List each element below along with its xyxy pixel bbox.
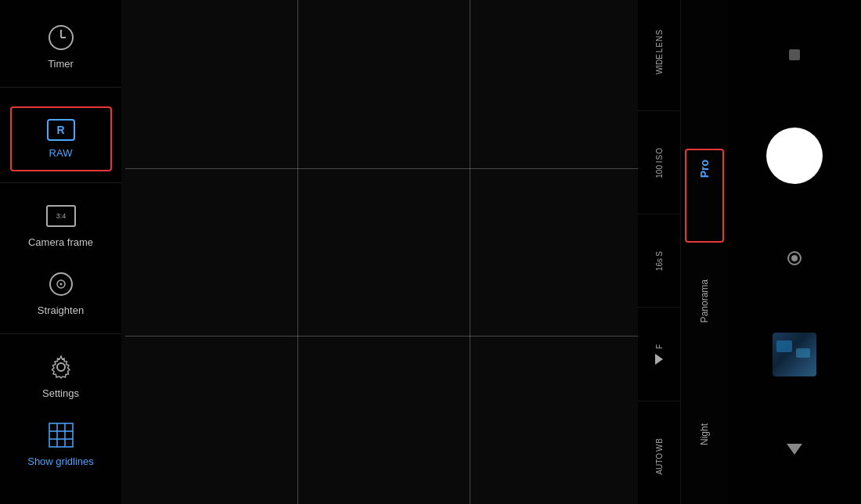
s-value: 16s xyxy=(655,258,664,271)
gear-icon xyxy=(48,354,74,380)
divider-4 xyxy=(638,401,680,401)
gridlines-label: Show gridlines xyxy=(27,455,94,467)
camera-frame-icon-wrap: 3:4 xyxy=(45,200,77,232)
mode-dot-inner xyxy=(791,255,798,261)
separator-3 xyxy=(0,333,121,334)
top-small-button[interactable] xyxy=(789,49,800,60)
timer-label: Timer xyxy=(48,58,74,70)
raw-icon: R xyxy=(47,119,75,141)
s-label: S xyxy=(655,250,664,257)
grid-line-v1 xyxy=(297,0,298,504)
grid-line-h1 xyxy=(125,168,642,169)
lens-setting[interactable]: LENS WIDE xyxy=(638,23,680,81)
camera-frame-label: Camera frame xyxy=(28,236,93,248)
grid-line-v2 xyxy=(470,0,470,504)
divider-2 xyxy=(638,214,680,214)
f-setting[interactable]: F xyxy=(638,337,680,371)
shutter-setting[interactable]: S 16s xyxy=(638,244,680,277)
lens-value: WIDE xyxy=(655,54,664,74)
mode-strip: Pro Panorama Night xyxy=(681,0,728,504)
wb-label: WB xyxy=(655,437,664,452)
raw-button[interactable]: R RAW xyxy=(10,106,112,171)
iso-value: 100 xyxy=(655,165,664,178)
f-label: F xyxy=(655,344,664,349)
chevron-down-icon[interactable] xyxy=(787,444,802,455)
lens-label: LENS xyxy=(655,29,664,52)
camera-controls xyxy=(728,0,861,504)
mode-pro[interactable]: Pro xyxy=(695,150,714,187)
left-panel: Timer R RAW 3:4 Camera frame Straighten xyxy=(0,0,121,504)
timer-button[interactable]: Timer xyxy=(10,16,112,76)
iso-setting[interactable]: ISO 100 xyxy=(638,141,680,184)
divider-1 xyxy=(638,110,680,111)
grid-line-h2 xyxy=(125,336,642,337)
wb-setting[interactable]: WB AUTO xyxy=(638,431,680,481)
svg-point-7 xyxy=(59,283,62,286)
separator-2 xyxy=(0,182,121,183)
timer-icon xyxy=(47,23,75,52)
wb-value: AUTO xyxy=(655,453,664,475)
mode-panorama[interactable]: Panorama xyxy=(696,270,713,332)
mode-selector[interactable] xyxy=(787,251,802,265)
mode-night[interactable]: Night xyxy=(696,414,713,455)
straighten-label: Straighten xyxy=(38,304,84,316)
timer-icon-wrap xyxy=(45,22,77,53)
svg-text:3:4: 3:4 xyxy=(56,212,66,220)
separator-1 xyxy=(0,87,121,88)
right-panel: LENS WIDE ISO 100 S 16s F WB AUTO xyxy=(638,0,861,504)
camera-frame-button[interactable]: 3:4 Camera frame xyxy=(10,194,112,254)
svg-point-8 xyxy=(57,363,65,371)
straighten-icon-wrap xyxy=(45,268,77,300)
settings-icon-wrap xyxy=(45,351,77,383)
shutter-button[interactable] xyxy=(766,128,823,184)
camera-frame-icon: 3:4 xyxy=(46,205,76,227)
straighten-button[interactable]: Straighten xyxy=(10,262,112,322)
settings-strip: LENS WIDE ISO 100 S 16s F WB AUTO xyxy=(638,0,681,504)
gridlines-icon-wrap xyxy=(45,419,77,451)
gridlines-button[interactable]: Show gridlines xyxy=(10,413,112,473)
settings-label: Settings xyxy=(42,387,79,399)
svg-rect-9 xyxy=(49,423,73,447)
straighten-icon xyxy=(48,271,74,297)
settings-button[interactable]: Settings xyxy=(10,345,112,405)
f-triangle-icon xyxy=(655,354,663,365)
mode-lens[interactable] xyxy=(701,49,708,68)
gallery-thumbnail[interactable] xyxy=(773,333,816,376)
grid-overlay xyxy=(125,0,642,504)
gridlines-icon xyxy=(49,423,74,448)
divider-3 xyxy=(638,307,680,308)
iso-label: ISO xyxy=(655,147,664,163)
raw-label: RAW xyxy=(49,147,73,159)
